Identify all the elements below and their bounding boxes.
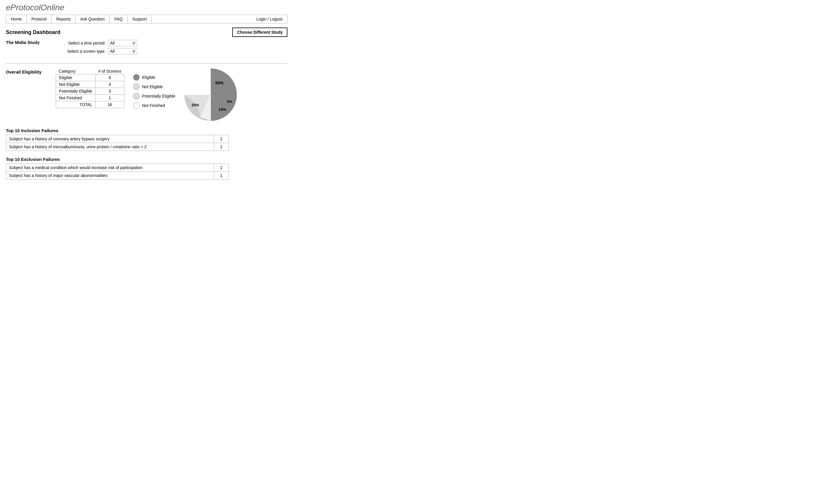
col-screens: # of Screens xyxy=(95,68,124,74)
failure-description: Subject has a history of major vascular … xyxy=(6,172,214,180)
nav-protocol[interactable]: Protocol xyxy=(27,15,51,23)
eligibility-row: Potentially Eligible3 xyxy=(56,88,124,95)
eligibility-category: Not Eligible xyxy=(56,81,96,88)
failure-count: 1 xyxy=(214,172,229,180)
eligibility-label: Overall Eligibility xyxy=(6,68,47,74)
dashboard-title: Screening Dashboard xyxy=(6,29,60,35)
eligibility-row: Eligible8 xyxy=(56,74,124,81)
eligibility-category: Eligible xyxy=(56,74,96,81)
eligibility-count: 1 xyxy=(95,95,124,101)
legend-label-eligible: Eligible xyxy=(142,75,155,80)
eligibility-row: Not Finished1 xyxy=(56,95,124,101)
screen-type-filter: Select a screen type: All V xyxy=(59,48,137,55)
section-divider xyxy=(6,63,288,64)
dashboard-header: Screening Dashboard Choose Different Stu… xyxy=(6,28,288,37)
pie-label-50: 50% xyxy=(215,81,224,85)
eligibility-table-container: Category # of Screens Eligible8Not Eligi… xyxy=(56,68,124,108)
legend-circle-not-finished xyxy=(133,102,139,109)
col-category: Category xyxy=(56,68,96,74)
nav-reports[interactable]: Reports xyxy=(52,15,76,23)
failure-description: Subject has a history of microalbuminuri… xyxy=(6,143,214,151)
inclusion-failures-section: Top 10 Inclusion Failures Subject has a … xyxy=(6,128,288,151)
legend-eligible: Eligible xyxy=(133,74,175,81)
inclusion-failure-row: Subject has a history of coronary artery… xyxy=(6,135,229,143)
choose-study-button[interactable]: Choose Different Study xyxy=(232,28,288,37)
failure-description: Subject has a medical condition which wo… xyxy=(6,164,214,172)
nav-home[interactable]: Home xyxy=(6,15,27,23)
eligibility-count: 4 xyxy=(95,81,124,88)
failure-count: 1 xyxy=(214,164,229,172)
pie-label-25: 25% xyxy=(191,103,199,107)
pie-label-19: 19% xyxy=(219,107,226,112)
legend-label-potentially-eligible: Potentially Eligible xyxy=(142,94,175,98)
inclusion-failures-title: Top 10 Inclusion Failures xyxy=(6,128,288,133)
eligibility-row: Not Eligible4 xyxy=(56,81,124,88)
failure-description: Subject has a history of coronary artery… xyxy=(6,135,214,143)
eligibility-count: 8 xyxy=(95,74,124,81)
screen-type-select[interactable]: All V xyxy=(108,48,137,55)
study-name: The Midia Study xyxy=(6,40,53,45)
legend-potentially-eligible: Potentially Eligible xyxy=(133,93,175,99)
nav-login-logout[interactable]: Login / Logout xyxy=(252,15,287,23)
failure-count: 1 xyxy=(214,135,229,143)
legend-circle-not-eligible xyxy=(133,84,139,90)
eligibility-section: Overall Eligibility Category # of Screen… xyxy=(6,68,288,121)
time-period-filter: Select a time period: All V xyxy=(59,40,137,46)
nav-bar: Home Protocol Reports Ask Question FAQ S… xyxy=(6,15,288,23)
failure-count: 1 xyxy=(214,143,229,151)
eligibility-total-row: TOTAL16 xyxy=(56,101,124,108)
exclusion-failures-table: Subject has a medical condition which wo… xyxy=(6,164,229,180)
nav-support[interactable]: Support xyxy=(127,15,152,23)
time-period-select[interactable]: All V xyxy=(108,40,137,46)
exclusion-failure-row: Subject has a medical condition which wo… xyxy=(6,164,229,172)
exclusion-failures-title: Top 10 Exclusion Failures xyxy=(6,157,288,162)
nav-faq[interactable]: FAQ xyxy=(110,15,127,23)
screen-type-label: Select a screen type: xyxy=(59,49,105,54)
inclusion-failures-table: Subject has a history of coronary artery… xyxy=(6,135,229,151)
total-count: 16 xyxy=(95,101,124,108)
eligibility-category: Not Finished xyxy=(56,95,96,101)
legend-not-finished: Not Finished xyxy=(133,102,175,109)
legend-circle-potentially-eligible xyxy=(133,93,139,99)
legend-label-not-eligible: Not Eligible xyxy=(142,84,163,89)
eligibility-table: Category # of Screens Eligible8Not Eligi… xyxy=(56,68,124,108)
eligibility-legend: Eligible Not Eligible Potentially Eligib… xyxy=(133,68,175,109)
inclusion-failure-row: Subject has a history of microalbuminuri… xyxy=(6,143,229,151)
legend-circle-eligible xyxy=(133,74,139,81)
exclusion-failures-section: Top 10 Exclusion Failures Subject has a … xyxy=(6,157,288,180)
site-title: eProtocolOnline xyxy=(6,3,288,12)
pie-chart: 50% 25% 19% 6% xyxy=(184,68,237,121)
legend-not-eligible: Not Eligible xyxy=(133,84,175,90)
legend-label-not-finished: Not Finished xyxy=(142,103,165,108)
pie-svg: 50% 25% 19% 6% xyxy=(184,68,237,121)
eligibility-count: 3 xyxy=(95,88,124,95)
total-label: TOTAL xyxy=(56,101,96,108)
pie-label-6: 6% xyxy=(227,100,232,104)
eligibility-category: Potentially Eligible xyxy=(56,88,96,95)
exclusion-failure-row: Subject has a history of major vascular … xyxy=(6,172,229,180)
time-period-label: Select a time period: xyxy=(59,41,105,45)
filters: Select a time period: All V Select a scr… xyxy=(59,40,137,56)
nav-ask-question[interactable]: Ask Question xyxy=(76,15,110,23)
